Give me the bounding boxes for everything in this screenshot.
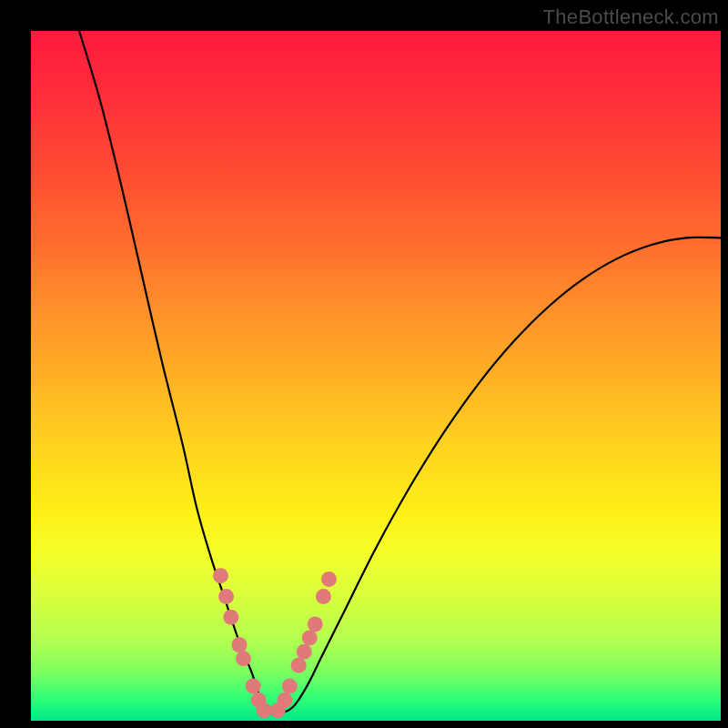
highlight-dot xyxy=(236,651,251,666)
highlight-dot xyxy=(302,631,318,646)
highlight-dot xyxy=(308,616,323,632)
highlight-dot xyxy=(321,571,337,587)
highlight-dot xyxy=(223,610,238,625)
highlight-dot xyxy=(282,679,298,694)
highlight-dots xyxy=(213,568,337,718)
highlight-dot xyxy=(246,679,261,694)
highlight-dot xyxy=(218,589,234,604)
highlight-dot xyxy=(257,703,272,718)
highlight-dot xyxy=(213,568,228,583)
highlight-dot xyxy=(277,693,292,708)
plot-area xyxy=(31,31,721,721)
highlight-dot xyxy=(291,658,307,673)
highlight-dot xyxy=(316,589,331,604)
highlight-dot xyxy=(297,644,312,660)
highlight-dot xyxy=(231,637,247,652)
chart-frame: TheBottleneck.com xyxy=(0,0,728,728)
bottleneck-curve xyxy=(79,31,721,714)
watermark-label: TheBottleneck.com xyxy=(543,5,719,29)
curve-layer xyxy=(31,31,721,721)
